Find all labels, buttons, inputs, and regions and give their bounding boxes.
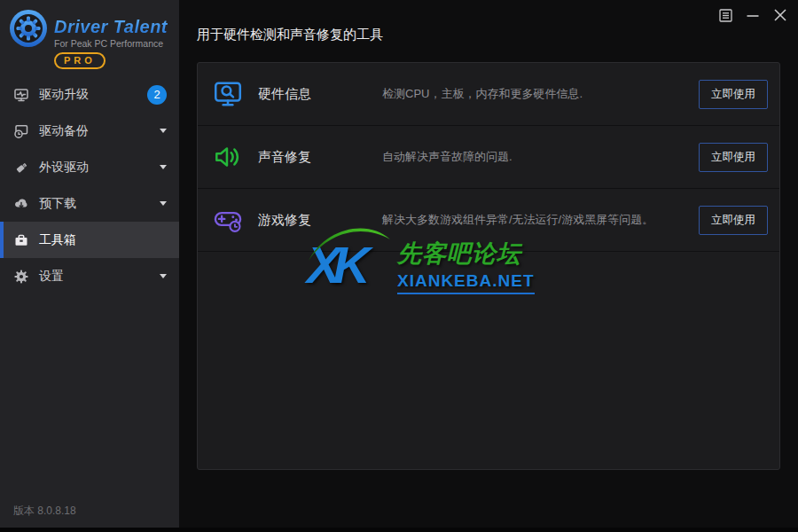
sidebar-item-label: 外设驱动 xyxy=(39,160,160,176)
chevron-down-icon xyxy=(160,201,167,206)
version-label: 版本 8.0.8.18 xyxy=(13,504,76,519)
hardware-monitor-icon xyxy=(212,78,244,110)
cloud-download-icon xyxy=(13,196,29,212)
sidebar-item-label: 工具箱 xyxy=(39,232,167,248)
backup-clock-icon xyxy=(13,123,29,139)
page-title: 用于硬件检测和声音修复的工具 xyxy=(197,27,383,43)
watermark-site-url: XIANKEBA.NET xyxy=(397,271,535,294)
sidebar-item-driver-update[interactable]: 驱动升级 2 xyxy=(0,76,179,113)
sidebar: Driver Talent For Peak PC Performance PR… xyxy=(0,0,179,528)
sidebar-item-driver-backup[interactable]: 驱动备份 xyxy=(0,113,179,149)
update-count-badge: 2 xyxy=(147,85,167,105)
sidebar-item-predownload[interactable]: 预下载 xyxy=(0,185,179,222)
sidebar-item-toolbox[interactable]: 工具箱 xyxy=(0,222,179,258)
chevron-down-icon xyxy=(160,129,167,133)
use-now-button[interactable]: 立即使用 xyxy=(699,206,768,235)
app-title: Driver Talent xyxy=(54,17,168,37)
tool-description: 检测CPU，主板，内存和更多硬件信息. xyxy=(382,86,699,102)
pro-badge: PRO xyxy=(54,52,106,69)
tools-panel: 硬件信息 检测CPU，主板，内存和更多硬件信息. 立即使用 声音修复 自动解决声… xyxy=(197,62,780,470)
chevron-down-icon xyxy=(160,274,167,278)
sidebar-item-label: 设置 xyxy=(39,269,160,285)
app-window: Driver Talent For Peak PC Performance PR… xyxy=(0,0,798,532)
chevron-down-icon xyxy=(160,165,167,169)
window-controls xyxy=(717,7,788,23)
tool-row-game-repair: 游戏修复 解决大多数游戏组件异常/无法运行/游戏黑屏等问题。 立即使用 xyxy=(198,189,779,252)
sidebar-item-peripheral-drivers[interactable]: 外设驱动 xyxy=(0,149,179,185)
tool-name: 游戏修复 xyxy=(258,212,382,229)
sidebar-item-label: 驱动备份 xyxy=(39,123,160,139)
monitor-pulse-icon xyxy=(13,87,29,103)
changelog-list-icon[interactable] xyxy=(717,7,733,23)
driver-talent-gear-icon xyxy=(8,8,49,49)
window-bottom-edge xyxy=(0,528,798,532)
tool-name: 硬件信息 xyxy=(258,86,382,103)
app-logo: Driver Talent For Peak PC Performance PR… xyxy=(0,0,179,74)
toolbox-icon xyxy=(13,232,29,248)
main-content: 用于硬件检测和声音修复的工具 硬件信息 检测CPU，主板，内存和更多硬件信息. … xyxy=(179,0,798,528)
speaker-icon xyxy=(212,141,244,173)
sidebar-menu: 驱动升级 2 驱动备份 xyxy=(0,76,179,294)
sidebar-item-settings[interactable]: 设置 xyxy=(0,258,179,294)
tool-description: 自动解决声音故障的问题. xyxy=(382,149,699,165)
close-icon[interactable] xyxy=(772,7,788,23)
gear-icon xyxy=(13,269,29,285)
tool-row-sound-repair: 声音修复 自动解决声音故障的问题. 立即使用 xyxy=(198,126,779,189)
tool-name: 声音修复 xyxy=(258,149,382,166)
minimize-icon[interactable] xyxy=(745,7,761,23)
tool-row-hardware-info: 硬件信息 检测CPU，主板，内存和更多硬件信息. 立即使用 xyxy=(198,63,779,126)
tool-description: 解决大多数游戏组件异常/无法运行/游戏黑屏等问题。 xyxy=(382,212,699,228)
sidebar-item-label: 预下载 xyxy=(39,196,160,212)
use-now-button[interactable]: 立即使用 xyxy=(699,143,768,172)
gamepad-icon xyxy=(212,204,244,236)
app-tagline: For Peak PC Performance xyxy=(54,38,168,49)
usb-drive-icon xyxy=(13,160,29,176)
sidebar-item-label: 驱动升级 xyxy=(39,87,147,103)
use-now-button[interactable]: 立即使用 xyxy=(699,80,768,109)
